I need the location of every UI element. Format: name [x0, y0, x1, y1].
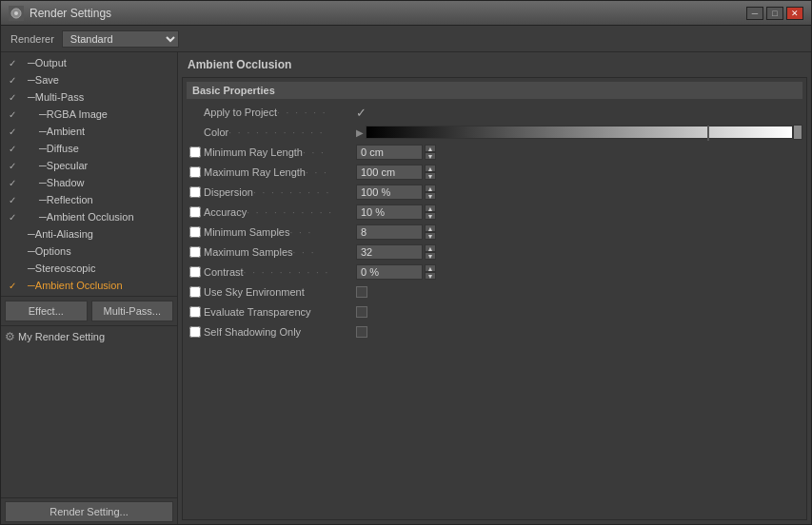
sidebar-item-specular[interactable]: ✓ ─Specular: [1, 157, 177, 174]
sidebar-item-anti-aliasing[interactable]: ─Anti-Aliasing: [1, 225, 177, 243]
sidebar-label: ─Multi-Pass: [20, 91, 173, 103]
self-shadow-checkbox[interactable]: [356, 326, 367, 338]
prop-color: Color · · · · · · · · · · · ▶: [187, 123, 802, 142]
color-gradient-bar[interactable]: [366, 126, 793, 139]
prop-check-icon: [187, 124, 204, 141]
max-samples-input[interactable]: [356, 244, 423, 260]
min-ray-check[interactable]: [189, 146, 201, 158]
check-icon: ✓: [5, 89, 20, 105]
check-icon: [5, 261, 20, 276]
app-icon: [9, 6, 24, 21]
min-ray-input[interactable]: [356, 145, 423, 160]
contrast-check[interactable]: [189, 266, 201, 278]
spin-up[interactable]: ▲: [425, 224, 436, 232]
prop-apply-to-project: Apply to Project · · · · · · ✓: [187, 103, 802, 122]
sidebar-item-ambient-occlusion[interactable]: ✓ ─Ambient Occlusion: [1, 277, 177, 294]
check-icon: [5, 226, 20, 242]
prop-use-sky-env: Use Sky Environment: [187, 282, 802, 301]
spin-up[interactable]: ▲: [425, 145, 436, 152]
minimize-button[interactable]: ─: [746, 7, 763, 20]
sidebar-item-multi-pass[interactable]: ✓ ─Multi-Pass: [1, 88, 177, 106]
spin-down[interactable]: ▼: [425, 192, 436, 200]
sidebar-item-reflection[interactable]: ✓ ─Reflection: [1, 191, 177, 208]
sidebar-item-rgba-image[interactable]: ✓ ─RGBA Image: [1, 106, 177, 123]
spin-up[interactable]: ▲: [425, 244, 436, 252]
color-bar-container[interactable]: ▶: [356, 124, 802, 141]
accuracy-input[interactable]: [356, 204, 423, 220]
maximize-button[interactable]: □: [766, 7, 783, 20]
sidebar-item-stereoscopic[interactable]: ─Stereoscopic: [1, 260, 177, 277]
spin-down[interactable]: ▼: [425, 232, 436, 240]
sidebar-label: ─Shadow: [20, 177, 173, 188]
dispersion-input[interactable]: [356, 185, 423, 200]
eval-trans-checkbox[interactable]: [356, 306, 367, 318]
prop-contrast: Contrast · · · · · · · · · · ▲ ▼: [187, 262, 802, 282]
spin-up[interactable]: ▲: [425, 264, 436, 272]
spin-down[interactable]: ▼: [425, 272, 436, 280]
prop-check-icon: [187, 104, 204, 121]
prop-label: Color · · · · · · · · · · ·: [204, 126, 356, 138]
effect-button[interactable]: Effect...: [5, 301, 88, 321]
render-setting-item[interactable]: ⚙ My Render Setting: [1, 325, 177, 346]
renderer-label: Renderer: [10, 33, 54, 45]
prop-value: ▲ ▼: [356, 204, 802, 220]
self-shadow-check[interactable]: [189, 326, 201, 338]
use-sky-check[interactable]: [189, 286, 201, 298]
sidebar-item-output[interactable]: ✓ ─Output: [1, 54, 177, 71]
prop-value: ▲ ▼: [356, 264, 802, 280]
prop-value: ▲ ▼: [356, 244, 802, 260]
spin-down[interactable]: ▼: [425, 212, 436, 220]
prop-spinner: ▲ ▼: [425, 145, 436, 160]
max-samples-check[interactable]: [189, 246, 201, 258]
prop-value: [356, 326, 802, 338]
check-icon: [5, 243, 20, 259]
prop-value: ▲ ▼: [356, 224, 802, 240]
sidebar-item-ambient[interactable]: ✓ ─Ambient: [1, 123, 177, 140]
prop-label: Minimum Ray Length · · ·: [204, 146, 356, 158]
close-button[interactable]: ✕: [786, 7, 803, 20]
prop-max-samples: Maximum Samples · · · ▲ ▼: [187, 243, 802, 262]
sidebar-items: ✓ ─Output ✓ ─Save ✓ ─Multi-Pass ✓ ─RGBA …: [1, 52, 177, 296]
dispersion-check[interactable]: [189, 186, 201, 198]
prop-label: Dispersion · · · · · · · · ·: [204, 186, 356, 198]
checkmark-icon: ✓: [356, 106, 366, 120]
min-samples-input[interactable]: [356, 224, 423, 240]
prop-check-icon: [187, 164, 204, 181]
color-right-handle[interactable]: [793, 125, 802, 140]
titlebar: Render Settings ─ □ ✕: [1, 1, 811, 26]
spin-down[interactable]: ▼: [425, 252, 436, 260]
sky-env-checkbox[interactable]: [356, 286, 367, 298]
spin-up[interactable]: ▲: [425, 204, 436, 212]
main-toolbar: Renderer Standard Physical Hardware Open…: [1, 26, 811, 52]
color-handle[interactable]: [707, 126, 709, 141]
window-controls: ─ □ ✕: [746, 7, 803, 20]
max-ray-check[interactable]: [189, 166, 201, 178]
prop-label: Evaluate Transparency: [204, 306, 356, 318]
sidebar-item-shadow[interactable]: ✓ ─Shadow: [1, 174, 177, 191]
spin-up[interactable]: ▲: [425, 165, 436, 172]
check-icon: ✓: [5, 278, 20, 293]
spin-down[interactable]: ▼: [425, 172, 436, 180]
sidebar-item-diffuse[interactable]: ✓ ─Diffuse: [1, 140, 177, 157]
sidebar-item-ambient-occlusion-sub[interactable]: ✓ ─Ambient Occlusion: [1, 208, 177, 225]
sidebar-label: ─Anti-Aliasing: [20, 228, 173, 240]
sidebar: ✓ ─Output ✓ ─Save ✓ ─Multi-Pass ✓ ─RGBA …: [1, 52, 178, 524]
prop-label: Apply to Project · · · · · ·: [204, 107, 356, 118]
sidebar-item-save[interactable]: ✓ ─Save: [1, 71, 177, 88]
eval-trans-check[interactable]: [189, 306, 201, 318]
max-ray-input[interactable]: [356, 165, 423, 180]
contrast-input[interactable]: [356, 264, 423, 280]
spin-down[interactable]: ▼: [425, 152, 436, 160]
accuracy-check[interactable]: [189, 206, 201, 218]
sidebar-label: ─Output: [20, 57, 173, 68]
prop-label: Use Sky Environment: [204, 286, 356, 298]
panel-title: Ambient Occlusion: [178, 52, 811, 77]
renderer-select[interactable]: Standard Physical Hardware OpenGL: [62, 30, 179, 48]
spin-up[interactable]: ▲: [425, 185, 436, 192]
multi-pass-button[interactable]: Multi-Pass...: [91, 301, 174, 321]
sidebar-item-options[interactable]: ─Options: [1, 243, 177, 260]
prop-value: ▲ ▼: [356, 145, 802, 160]
sidebar-label: ─Options: [20, 245, 173, 257]
render-setting-button[interactable]: Render Setting...: [5, 501, 173, 522]
min-samples-check[interactable]: [189, 226, 201, 238]
